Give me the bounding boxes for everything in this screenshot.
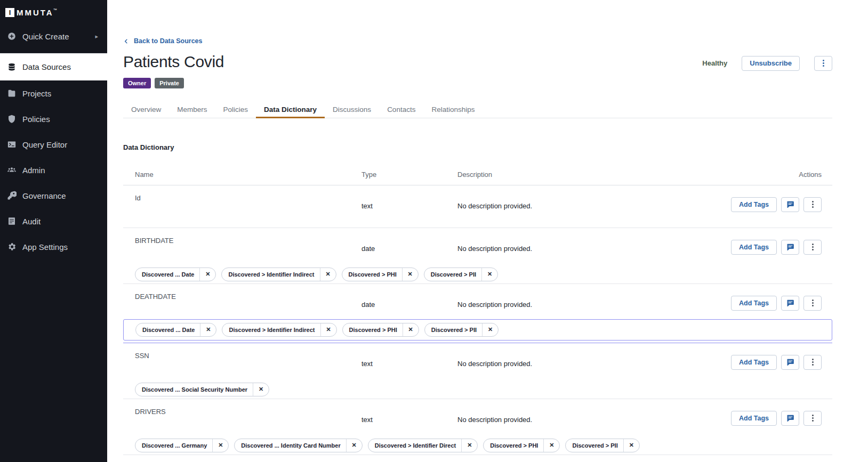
row-kebab-button[interactable] [803,197,822,212]
add-tags-button[interactable]: Add Tags [731,240,777,255]
owner-badge: Owner [123,78,151,88]
tag-chip-label[interactable]: Discovered > PHI [484,442,543,449]
tab-relationships[interactable]: Relationships [423,102,483,118]
sidebar-item-app-settings[interactable]: App Settings [0,234,107,260]
tab-label: Members [177,106,207,114]
row-kebab-button[interactable] [803,240,822,255]
column-description-value: No description provided. [457,237,731,255]
tag-remove-button[interactable]: ✕ [482,271,497,278]
tag-chip-label[interactable]: Discovered > Identifier Direct [368,442,462,449]
tag-chip-label[interactable]: Discovered > Identifier Indirect [222,327,320,333]
tag-chip: Discovered ... Germany ✕ [135,439,229,452]
add-tags-button[interactable]: Add Tags [731,355,777,370]
sidebar-item-query-editor[interactable]: Query Editor [0,132,107,157]
sidebar-item-governance[interactable]: Governance [0,183,107,208]
page-header: Patients Covid Owner Private Healthy Uns… [123,52,832,88]
column-header-type: Type [361,171,457,179]
comment-icon [786,358,795,367]
row-kebab-button[interactable] [803,411,822,426]
comment-button[interactable] [781,411,799,426]
tag-chip: Discovered > PHI ✕ [483,439,560,452]
tag-chip-label[interactable]: Discovered > PII [424,271,481,278]
tab-discussions[interactable]: Discussions [325,102,379,118]
page-title: Patients Covid [123,52,224,72]
tag-remove-button[interactable]: ✕ [544,442,559,449]
sidebar-item-audit[interactable]: Audit [0,208,107,234]
row-actions: Add Tags [731,237,832,255]
tab-policies[interactable]: Policies [215,102,256,118]
tag-remove-button[interactable]: ✕ [200,271,215,278]
sidebar-item-projects[interactable]: Projects [0,80,107,106]
tab-overview[interactable]: Overview [123,102,169,118]
tag-chip-label[interactable]: Discovered ... Social Security Number [135,386,253,393]
sidebar-item-admin[interactable]: Admin [0,157,107,183]
tag-remove-button[interactable]: ✕ [462,442,477,449]
comment-button[interactable] [781,240,799,255]
tag-chip: Discovered > Identifier Indirect ✕ [222,323,336,337]
row-kebab-button[interactable] [803,355,822,370]
tag-remove-button[interactable]: ✕ [403,271,418,278]
header-kebab-button[interactable] [814,56,832,71]
comment-icon [786,299,795,307]
comment-button[interactable] [781,355,799,370]
sidebar-item-quick-create[interactable]: Quick Create ▸ [0,23,107,49]
back-link[interactable]: Back to Data Sources [123,37,203,45]
app-root: I MMUTA ™ Quick Create ▸ Data Sources Pr… [0,0,868,462]
tab-label: Data Dictionary [264,106,317,114]
sidebar-item-label: Quick Create [22,32,69,41]
tab-contacts[interactable]: Contacts [379,102,423,118]
add-tags-button[interactable]: Add Tags [731,296,777,311]
sidebar-item-data-sources[interactable]: Data Sources [0,53,107,80]
tag-remove-button[interactable]: ✕ [253,386,269,393]
tag-remove-button[interactable]: ✕ [200,326,216,333]
key-icon [7,191,17,200]
column-description-value: No description provided. [457,194,731,212]
plus-circle-icon [7,31,17,41]
tab-members[interactable]: Members [169,102,215,118]
table-header: Name Type Description Actions [123,171,832,185]
tag-chip: Discovered ... Date ✕ [135,268,216,281]
tag-chip-label[interactable]: Discovered > Identifier Indirect [222,271,319,278]
column-name-value: DEATHDATE [135,293,361,311]
tag-remove-button[interactable]: ✕ [320,271,336,278]
tag-chip-label[interactable]: Discovered > PII [425,327,482,333]
tag-chip-label[interactable]: Discovered > PHI [342,271,402,278]
tag-remove-button[interactable]: ✕ [624,442,639,449]
row-kebab-button[interactable] [803,296,822,311]
tag-chip: Discovered ... Social Security Number ✕ [135,383,269,396]
add-tags-button[interactable]: Add Tags [731,197,777,212]
tag-chip-label[interactable]: Discovered > PHI [343,327,403,333]
sidebar-item-policies[interactable]: Policies [0,106,107,132]
section-title: Data Dictionary [123,143,832,151]
database-icon [7,62,17,72]
tag-remove-button[interactable]: ✕ [213,442,228,449]
tag-chip-label[interactable]: Discovered ... Date [135,271,199,278]
unsubscribe-button[interactable]: Unsubscribe [742,56,800,71]
tag-chip-label[interactable]: Discovered ... Germany [135,442,212,449]
tag-chip-label[interactable]: Discovered > PII [566,442,623,449]
sidebar-item-label: App Settings [22,242,68,252]
comment-button[interactable] [781,197,799,212]
audit-log-icon [7,216,17,226]
tag-chip-label[interactable]: Discovered ... Date [136,327,200,333]
immuta-logo[interactable]: I MMUTA ™ [0,0,107,18]
sidebar-item-label: Data Sources [22,62,71,71]
column-name-value: DRIVERS [135,408,361,426]
table-row-ssn: SSN text No description provided. Add Ta… [123,343,832,399]
tab-data-dictionary[interactable]: Data Dictionary [256,102,325,118]
submenu-arrow-icon: ▸ [95,33,98,40]
header-controls: Healthy Unsubscribe [702,56,832,71]
table-row-birthdate: BIRTHDATE date No description provided. … [123,228,832,284]
row-actions: Add Tags [731,352,832,370]
tag-remove-button[interactable]: ✕ [321,326,336,333]
tag-remove-button[interactable]: ✕ [347,442,362,449]
comment-button[interactable] [781,296,799,311]
tag-chip-label[interactable]: Discovered ... Identity Card Number [235,442,345,449]
tag-row: Discovered ... Germany ✕ Discovered ... … [123,439,832,452]
sidebar-item-label: Query Editor [22,140,67,149]
row-actions: Add Tags [731,293,832,311]
add-tags-button[interactable]: Add Tags [731,411,777,426]
tag-remove-button[interactable]: ✕ [403,326,419,333]
tag-remove-button[interactable]: ✕ [483,326,498,333]
tag-row-selected[interactable]: Discovered ... Date ✕ Discovered > Ident… [123,319,832,341]
